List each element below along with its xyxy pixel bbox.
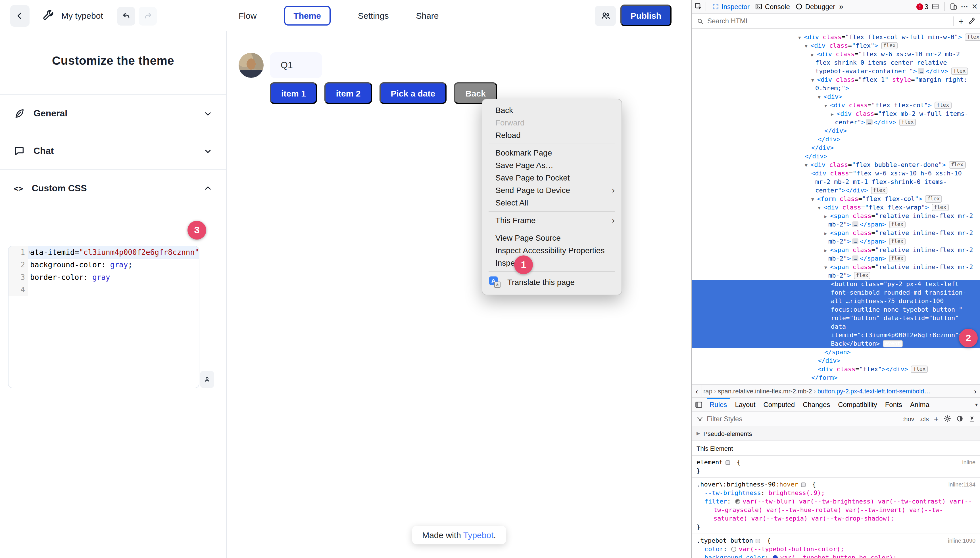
markup-line[interactable]: ▶<div class="flex w-6 xs:w-10 mr-2 mb-2 [692, 50, 980, 59]
markup-line[interactable]: Back</button>event [692, 340, 980, 348]
back-button[interactable] [10, 5, 30, 27]
html-markup-tree[interactable]: ▼<div class="flex flex-col w-full min-w-… [692, 29, 980, 384]
chat-button-item-1[interactable]: item 1 [270, 82, 317, 104]
menu-item-this-frame[interactable]: This Frame› [483, 214, 621, 226]
markup-line[interactable]: </div> [692, 126, 980, 135]
menu-item-inspect[interactable]: Inspect [483, 256, 621, 269]
markup-line[interactable]: <button class="py-2 px-4 text-left [692, 280, 980, 288]
markup-line[interactable]: mb-2">flex [692, 271, 980, 280]
add-node-icon[interactable]: + [959, 16, 964, 26]
light-theme-icon[interactable] [944, 415, 951, 422]
color-swatch-filter[interactable] [735, 499, 740, 504]
devtools-search[interactable]: Search HTML + [692, 14, 980, 29]
css-declaration[interactable]: --tw-brightness: brightness(.9); [697, 489, 975, 497]
pick-element-icon[interactable] [694, 2, 703, 11]
color-swatch-blue[interactable] [772, 555, 778, 558]
sidebar-section-custom-css[interactable]: <>Custom CSS [0, 169, 226, 207]
css-declaration[interactable]: background-color: var(--typebot-button-b… [697, 553, 975, 558]
pseudo-elements-header[interactable]: ▶ Pseudo-elements [692, 426, 980, 441]
publish-button[interactable]: Publish [620, 5, 672, 26]
markup-line[interactable]: itemid="cl3iunm4p000f2e6gfr8cznnn"> [692, 331, 980, 340]
more-tabs-icon[interactable]: » [839, 2, 843, 11]
markup-line[interactable]: ▶<span class="relative inline-flex mr-2 [692, 229, 980, 237]
markup-line[interactable]: ▼<div class="flex bubble-enter-done">fle… [692, 161, 980, 169]
markup-line[interactable]: ▼<div class="flex flex-wrap">flex [692, 203, 980, 212]
menu-item-bookmark-page[interactable]: Bookmark Page [483, 146, 621, 159]
css-declaration[interactable]: filter: var(--tw-blur) var(--tw-brightne… [697, 497, 975, 523]
panel-tab-layout[interactable]: Layout [731, 398, 759, 411]
breadcrumb-back-icon[interactable]: ‹ [692, 385, 702, 397]
close-icon[interactable]: ✕ [972, 2, 978, 11]
error-count[interactable]: ! 3 [917, 3, 928, 10]
color-swatch-empty[interactable] [731, 547, 736, 552]
markup-line[interactable]: typebot-avatar-container ">…</div>flex [692, 67, 980, 75]
markup-line[interactable]: ▼<div class="flex-1" style="margin-right… [692, 75, 980, 84]
markup-line[interactable]: ▼<div> [692, 92, 980, 101]
breadcrumb-item[interactable]: rap [703, 388, 712, 394]
sidebar-section-general[interactable]: General [0, 94, 226, 132]
tab-theme[interactable]: Theme [284, 6, 331, 26]
breadcrumb-item[interactable]: button.py-2.px-4.text-left.font-semibold… [817, 388, 930, 394]
sidebar-section-chat[interactable]: Chat [0, 132, 226, 169]
add-rule-icon[interactable]: + [934, 414, 939, 423]
css-rule[interactable]: inlineelement {} [692, 456, 980, 478]
breadcrumb-forward-icon[interactable]: › [970, 385, 980, 397]
typebot-title[interactable]: My typebot [61, 11, 103, 20]
menu-item-save-page-as-[interactable]: Save Page As… [483, 159, 621, 171]
markup-line[interactable]: center"></div>flex [692, 186, 980, 195]
redo-button[interactable] [138, 7, 157, 26]
markup-line[interactable]: ▼<div class="flex flex-col w-full min-w-… [692, 33, 980, 41]
chat-button-item-2[interactable]: item 2 [324, 82, 372, 104]
panel-tab-anima[interactable]: Anima [906, 398, 934, 411]
filter-styles-bar[interactable]: Filter Styles :hov.cls + [692, 412, 980, 426]
markup-line[interactable]: ▶<div class="flex mb-2 w-full items- [692, 110, 980, 118]
chat-button-pick-a-date[interactable]: Pick a date [379, 82, 446, 104]
menu-item-translate-this-page[interactable]: AaTranslate this page [483, 274, 621, 290]
markup-line[interactable]: focus:outline-none typebot-button " [692, 305, 980, 314]
markup-line[interactable]: ▶<span class="relative inline-flex mr-2 [692, 246, 980, 254]
avatar-scope-button[interactable] [200, 371, 214, 388]
menu-item-select-all[interactable]: Select All [483, 196, 621, 209]
devtools-tab-inspector[interactable]: Inspector [709, 0, 753, 13]
menu-item-send-page-to-device[interactable]: Send Page to Device› [483, 184, 621, 196]
markup-line[interactable]: role="button" data-testid="button" [692, 314, 980, 322]
markup-line[interactable]: </span> [692, 348, 980, 356]
markup-line[interactable]: </div> [692, 135, 980, 144]
menu-item-view-page-source[interactable]: View Page Source [483, 231, 621, 244]
markup-line[interactable]: center">…</div>flex [692, 118, 980, 126]
stylesheet-icon[interactable] [968, 415, 975, 422]
css-rules-panel[interactable]: inlineelement {}inline:1134.hover\:brigh… [692, 456, 980, 558]
collaborators-button[interactable] [595, 6, 616, 26]
menu-item-inspect-accessibility-properties[interactable]: Inspect Accessibility Properties [483, 244, 621, 256]
rule-source-link[interactable]: inline:1090 [948, 537, 975, 545]
tab-settings[interactable]: Settings [358, 11, 389, 20]
css-declaration[interactable]: color: var(--typebot-button-color); [697, 545, 975, 553]
meatball-menu-icon[interactable]: ⋯ [961, 2, 968, 11]
markup-line[interactable]: mr-2 mb-2 mt-1 flex-shrink-0 items- [692, 178, 980, 186]
markup-line[interactable]: </div> [692, 152, 980, 161]
markup-line[interactable]: mb-2">…</span>flex [692, 220, 980, 229]
markup-line[interactable]: mb-2">…</span>flex [692, 254, 980, 263]
markup-line[interactable]: </form> [692, 374, 980, 382]
menu-item-back[interactable]: Back [483, 104, 621, 117]
rule-highlighter-icon[interactable] [801, 483, 805, 487]
sidebar-toggle-icon[interactable] [692, 400, 706, 409]
menu-item-save-page-to-pocket[interactable]: Save Page to Pocket [483, 171, 621, 184]
markup-line[interactable]: </div> [692, 144, 980, 152]
markup-line[interactable]: ▼<form class="flex flex-col">flex [692, 195, 980, 203]
markup-line[interactable]: ▶<span class="relative inline-flex mr-2 [692, 212, 980, 220]
markup-line[interactable]: data- [692, 322, 980, 331]
panel-tab-fonts[interactable]: Fonts [881, 398, 906, 411]
css-rule[interactable]: inline:1090.typebot-button {color: var(-… [692, 534, 980, 558]
custom-css-editor[interactable]: 1∨ata-itemid="cl3iunm4p000f2e6gfr8cznnn"… [8, 246, 199, 388]
rule-highlighter-icon[interactable] [726, 460, 730, 465]
markup-line[interactable]: <div class="flex"></div>flex [692, 365, 980, 374]
tab-share[interactable]: Share [416, 11, 438, 20]
split-console-icon[interactable] [932, 3, 939, 10]
tab-flow[interactable]: Flow [239, 11, 257, 20]
rule-source-link[interactable]: inline [962, 458, 975, 467]
toggle-hov[interactable]: :hov [903, 415, 914, 422]
panel-tab-changes[interactable]: Changes [799, 398, 834, 411]
panel-tab-computed[interactable]: Computed [759, 398, 799, 411]
devtools-tab-debugger[interactable]: Debugger [793, 0, 838, 13]
